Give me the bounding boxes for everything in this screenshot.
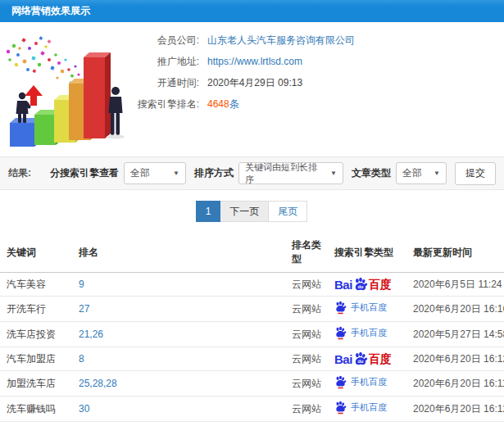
open-time-value: 2020年4月29日 09:13 — [207, 76, 302, 90]
article-type-select[interactable]: 全部 ▼ — [396, 162, 447, 184]
svg-text:du: du — [357, 284, 363, 289]
rank-link[interactable]: 21,26 — [79, 329, 103, 340]
filter-controls: 分搜索引擎查看 全部 ▼ 排序方式 关键词由短到长排序 ▼ 文章类型 全部 ▼ … — [47, 162, 496, 185]
bars — [10, 52, 111, 147]
svg-text:du: du — [357, 359, 363, 364]
rank-type-cell: 云网站 — [285, 422, 328, 426]
engine-select-value: 全部 — [130, 166, 150, 180]
rank-type-cell: 云网站 — [285, 347, 328, 371]
submit-button[interactable]: 提交 — [455, 162, 496, 185]
mobile-baidu-logo: 手机百度 — [334, 375, 387, 389]
col-header-update-time: 最新更新时间 — [406, 233, 504, 273]
confetti-dots — [7, 36, 84, 87]
table-body: 汽车美容 9 云网站 Baidu百度 2020年6月5日 11:24 开洗车行 … — [0, 273, 504, 426]
company-row: 会员公司: 山东老人头汽车服务咨询有限公司 — [131, 29, 355, 51]
table-header-row: 关键词 排名 排名类型 搜索引擎类型 最新更新时间 — [0, 233, 504, 273]
rank-type-cell: 云网站 — [285, 297, 328, 322]
promotion-url-link[interactable]: https://www.lrtlsd.com — [207, 56, 302, 67]
article-type-select-value: 全部 — [402, 166, 422, 180]
rank-link[interactable]: 8 — [79, 353, 84, 365]
rank-cell: 30 — [72, 397, 285, 422]
engine-filter-label: 分搜索引擎查看 — [50, 166, 119, 180]
col-header-engine-type: 搜索引擎类型 — [328, 233, 406, 273]
table-row: 开洗车行 27 云网站 手机百度 2020年6月20日 16:16 — [0, 297, 504, 322]
sort-select-value: 关键词由短到长排序 — [245, 161, 325, 186]
rank-cell: 8 — [72, 347, 285, 371]
table-row: 洗车店利润 30 云网站 手机百度 2020年6月18日 14:27 — [0, 422, 504, 426]
rank-count-unit: 条 — [229, 98, 239, 110]
info-section: 会员公司: 山东老人头汽车服务咨询有限公司 推广地址: https://www.… — [0, 22, 504, 156]
keyword-cell: 洗车店投资 — [0, 322, 72, 347]
update-time-cell: 2020年5月27日 14:58 — [406, 322, 504, 347]
filter-bar: 结果: 分搜索引擎查看 全部 ▼ 排序方式 关键词由短到长排序 ▼ 文章类型 全… — [0, 156, 504, 190]
keyword-cell: 汽车加盟店 — [0, 347, 72, 371]
baidu-paw-icon — [334, 375, 347, 389]
company-link[interactable]: 山东老人头汽车服务咨询有限公司 — [207, 34, 355, 48]
rank-cell: 27 — [72, 297, 285, 322]
engine-cell: Baidu百度 — [328, 273, 406, 297]
rank-link[interactable]: 30 — [79, 403, 89, 415]
engine-cell: 手机百度 — [328, 422, 406, 426]
open-time-row: 开通时间: 2020年4月29日 09:13 — [131, 72, 355, 93]
rank-type-cell: 云网站 — [285, 273, 328, 297]
rank-count-value: 4648条 — [207, 97, 239, 111]
baidu-paw-icon — [334, 301, 347, 315]
last-page-button[interactable]: 尾页 — [268, 201, 307, 222]
update-time-cell: 2020年6月20日 16:16 — [406, 297, 504, 322]
url-label: 推广地址: — [131, 55, 199, 69]
col-header-keyword: 关键词 — [0, 233, 72, 273]
type-filter-label: 文章类型 — [352, 166, 391, 180]
keyword-cell: 洗车赚钱吗 — [0, 397, 72, 422]
rank-cell: 9 — [72, 273, 285, 297]
next-page-button[interactable]: 下一页 — [220, 201, 269, 222]
baidu-logo: Baidu百度 — [334, 351, 392, 366]
engine-select[interactable]: 全部 ▼ — [124, 162, 186, 184]
update-time-cell: 2020年6月20日 16:12 — [406, 397, 504, 422]
engine-cell: 手机百度 — [328, 397, 406, 422]
table-row: 加盟洗车店 25,28,28 云网站 手机百度 2020年6月20日 16:11 — [0, 371, 504, 397]
rank-type-cell: 云网站 — [285, 397, 328, 422]
table-row: 洗车赚钱吗 30 云网站 手机百度 2020年6月20日 16:12 — [0, 397, 504, 422]
table-row: 汽车加盟店 8 云网站 Baidu百度 2020年6月20日 16:12 — [0, 347, 504, 371]
rank-type-cell: 云网站 — [285, 322, 328, 347]
baidu-paw-icon: du — [353, 277, 368, 292]
rank-link[interactable]: 27 — [79, 303, 89, 315]
company-label: 会员公司: — [131, 34, 199, 48]
rank-link[interactable]: 9 — [79, 279, 84, 290]
rank-link[interactable]: 25,28,28 — [79, 378, 117, 389]
mobile-baidu-logo: 手机百度 — [334, 326, 387, 340]
engine-cell: 手机百度 — [328, 297, 406, 322]
bar-chart-illustration — [0, 22, 131, 153]
mobile-baidu-logo: 手机百度 — [334, 401, 387, 415]
baidu-paw-icon — [334, 401, 347, 415]
rank-count-label: 搜索引擎排名: — [131, 97, 199, 111]
chevron-down-icon: ▼ — [330, 170, 337, 177]
baidu-logo: Baidu百度 — [334, 277, 392, 292]
col-header-rank: 排名 — [72, 233, 285, 273]
update-time-cell: 2020年6月20日 16:12 — [406, 347, 504, 371]
update-time-cell: 2020年6月20日 16:11 — [406, 371, 504, 397]
update-time-cell: 2020年6月18日 14:27 — [406, 422, 504, 426]
result-label: 结果: — [8, 166, 31, 180]
engine-cell: Baidu百度 — [328, 347, 406, 371]
page-1-button[interactable]: 1 — [196, 201, 221, 222]
sort-select[interactable]: 关键词由短到长排序 ▼ — [238, 162, 343, 184]
rank-type-cell: 云网站 — [285, 371, 328, 397]
mobile-baidu-logo: 手机百度 — [334, 301, 387, 315]
rank-cell: 30 — [72, 422, 285, 426]
engine-cell: 手机百度 — [328, 322, 406, 347]
table-row: 汽车美容 9 云网站 Baidu百度 2020年6月5日 11:24 — [0, 273, 504, 297]
table-row: 洗车店投资 21,26 云网站 手机百度 2020年5月27日 14:58 — [0, 322, 504, 347]
update-time-cell: 2020年6月5日 11:24 — [406, 273, 504, 297]
results-table: 关键词 排名 排名类型 搜索引擎类型 最新更新时间 汽车美容 9 云网站 Bai… — [0, 233, 504, 426]
page-header: 网络营销效果展示 — [0, 0, 504, 22]
rank-count-number: 4648 — [207, 98, 229, 110]
keyword-cell: 开洗车行 — [0, 297, 72, 322]
chevron-down-icon: ▼ — [173, 170, 179, 177]
rank-cell: 21,26 — [72, 322, 285, 347]
baidu-paw-icon — [334, 326, 347, 340]
url-row: 推广地址: https://www.lrtlsd.com — [131, 51, 355, 72]
keyword-cell: 洗车店利润 — [0, 422, 72, 426]
page-title: 网络营销效果展示 — [11, 5, 90, 16]
chevron-down-icon: ▼ — [434, 170, 440, 177]
